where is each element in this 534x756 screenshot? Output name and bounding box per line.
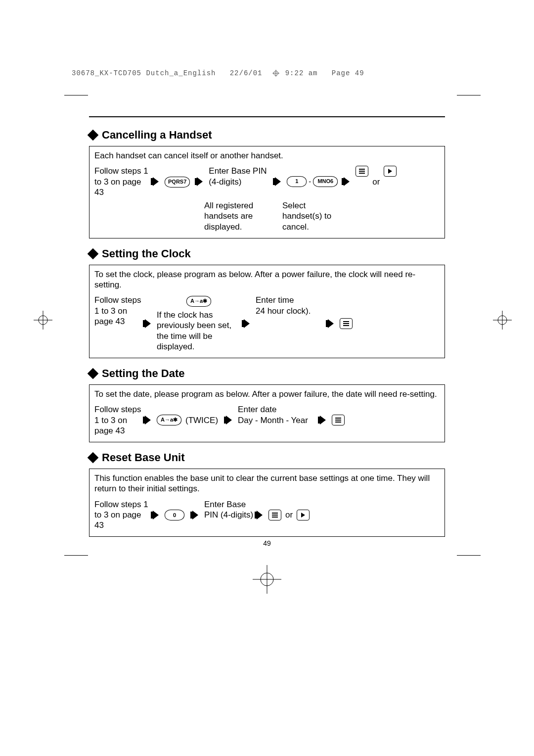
step-subtext: Select handset(s) to cancel.: [282, 200, 337, 232]
section-title: Setting the Clock: [102, 247, 191, 260]
step-text: Enter Base PIN (4-digits): [204, 499, 254, 520]
slug-page: Page 49: [332, 69, 364, 77]
arrow-icon: [320, 415, 329, 425]
section-box: To set the date, please program as below…: [89, 384, 445, 442]
arrow-icon: [257, 510, 266, 520]
menu-button-icon: [340, 318, 353, 329]
key-suffix: (TWICE): [185, 415, 218, 425]
key-6: MNO6: [313, 176, 338, 187]
page-body: Cancelling a Handset Each handset can ca…: [89, 116, 445, 546]
step-text: Follow steps 1 to 3 on page 43: [94, 166, 150, 197]
svg-point-3: [498, 316, 507, 325]
section-box: Each handset can cancel itself or anothe…: [89, 146, 445, 238]
arrow-icon: [197, 176, 206, 187]
registration-mark-icon: [253, 565, 281, 594]
diamond-bullet-icon: [88, 248, 99, 259]
menu-button-icon: [268, 510, 281, 520]
play-button-icon: [384, 166, 397, 177]
arrow-icon: [275, 176, 284, 187]
arrow-icon: [344, 176, 353, 187]
section-box: To set the clock, please program as belo…: [89, 265, 445, 358]
svg-point-0: [39, 316, 47, 325]
step-text: Follow steps 1 to 3 on page 43: [94, 499, 150, 531]
step-subtext: All registered handsets are displayed.: [204, 200, 267, 232]
section-intro: To set the date, please program as below…: [94, 389, 440, 399]
arrow-icon: [192, 510, 201, 520]
or-label: or: [285, 510, 293, 520]
step-text: Follow steps 1 to 3 on page 43: [94, 404, 142, 436]
arrow-icon: [145, 318, 154, 329]
or-label: or: [372, 177, 380, 187]
arrow-icon: [226, 415, 235, 425]
key-1: 1: [287, 176, 307, 187]
section-reset-base: Reset Base Unit This function enables th…: [89, 451, 445, 537]
slug-crosshair-icon: [272, 70, 279, 77]
step-subtext: 24 hour clock).: [256, 306, 325, 316]
key-7: PQRS7: [165, 177, 190, 188]
step-text: Follow steps 1 to 3 on page 43: [94, 295, 142, 327]
slug-date: 22/6/01: [230, 69, 263, 77]
section-title: Cancelling a Handset: [102, 129, 212, 142]
section-box: This function enables the base unit to c…: [89, 469, 445, 537]
print-slug: 30678_KX-TCD705 Dutch_a_English 22/6/01 …: [72, 69, 364, 77]
step-text: Enter time: [256, 295, 325, 305]
section-cancelling-handset: Cancelling a Handset Each handset can ca…: [89, 129, 445, 238]
key-0: 0: [165, 510, 184, 520]
diamond-bullet-icon: [88, 452, 99, 464]
arrow-icon: [244, 318, 253, 329]
registration-mark-icon: [493, 311, 512, 330]
section-intro: Each handset can cancel itself or anothe…: [94, 150, 440, 161]
section-setting-clock: Setting the Clock To set the clock, plea…: [89, 247, 445, 358]
key-separator: -: [309, 177, 311, 187]
section-setting-date: Setting the Date To set the date, please…: [89, 367, 445, 442]
step-text: Enter Base PIN (4-digits): [209, 166, 272, 187]
crop-mark: [64, 555, 88, 556]
arrow-icon: [328, 318, 337, 329]
page-top-rule: [89, 116, 445, 117]
page-number: 49: [263, 539, 271, 547]
step-subtext: If the clock has previously been set, th…: [157, 310, 241, 352]
key-star: A→a✱: [186, 296, 211, 307]
arrow-icon: [153, 510, 162, 520]
key-star: A→a✱: [157, 415, 181, 425]
menu-button-icon: [332, 415, 345, 425]
slug-file: 30678_KX-TCD705 Dutch_a_English: [72, 69, 216, 77]
registration-mark-icon: [34, 311, 52, 330]
section-intro: To set the clock, please program as belo…: [94, 269, 440, 290]
arrow-icon: [145, 415, 154, 425]
menu-button-icon: [356, 166, 368, 177]
slug-time: 9:22 am: [285, 69, 318, 77]
diamond-bullet-icon: [88, 368, 99, 379]
diamond-bullet-icon: [88, 130, 99, 141]
crop-mark: [64, 95, 88, 95]
section-intro: This function enables the base unit to c…: [94, 473, 440, 494]
section-title: Setting the Date: [102, 367, 184, 380]
step-subtext: Day - Month - Year: [238, 415, 317, 425]
arrow-icon: [153, 176, 162, 187]
crop-mark: [457, 95, 481, 95]
section-title: Reset Base Unit: [102, 451, 185, 464]
play-button-icon: [297, 510, 310, 520]
step-text: Enter date: [238, 404, 317, 415]
crop-mark: [457, 555, 481, 556]
